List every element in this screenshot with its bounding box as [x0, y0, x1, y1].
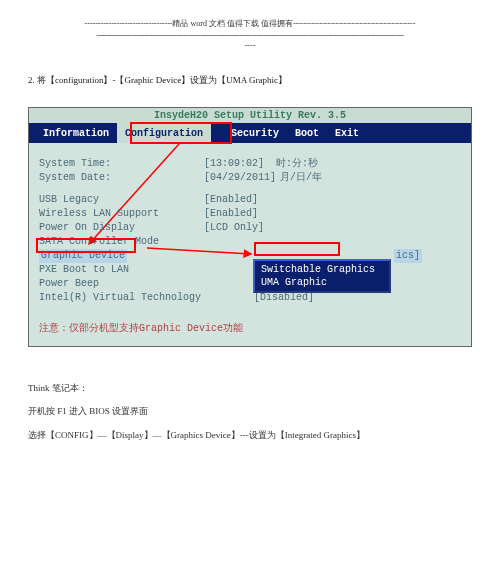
wlan-label: Wireless LAN Support	[39, 207, 204, 221]
bios-body: System Time:[13:09:02]时:分:秒 System Date:…	[29, 143, 471, 347]
header-line1: ---------------------------------精品 word…	[28, 18, 472, 29]
tab-security[interactable]: Security	[223, 128, 287, 139]
header-line2: ----------------------------------------…	[28, 31, 472, 40]
post-line2: 开机按 F1 进入 BIOS 设置界面	[28, 400, 472, 423]
header-line3: ----	[28, 41, 472, 50]
systime-value[interactable]: [13:09:02]	[204, 157, 264, 171]
vt-label: Intel(R) Virtual Technology	[39, 291, 239, 305]
tab-exit[interactable]: Exit	[327, 128, 367, 139]
pxe-label: PXE Boot to LAN	[39, 263, 204, 277]
dropdown-uma[interactable]: UMA Graphic	[258, 276, 386, 289]
systime-note: 时:分:秒	[276, 157, 318, 171]
bios-title: InsydeH20 Setup Utility Rev. 3.5	[29, 108, 471, 123]
pod-label: Power On Display	[39, 221, 204, 235]
bios-screenshot: InsydeH20 Setup Utility Rev. 3.5 Informa…	[28, 107, 472, 347]
usb-value[interactable]: [Enabled]	[204, 193, 258, 207]
sysdate-value[interactable]: [04/29/2011]	[204, 171, 276, 185]
pod-value[interactable]: [LCD Only]	[204, 221, 264, 235]
tab-information[interactable]: Information	[29, 128, 117, 139]
sata-label: SATA Controller Mode	[39, 235, 204, 249]
usb-label: USB Legacy	[39, 193, 204, 207]
wlan-value[interactable]: [Enabled]	[204, 207, 258, 221]
bios-tabs: Information Configuration Security Boot …	[29, 123, 471, 143]
powerbeep-label: Power Beep	[39, 277, 204, 291]
dropdown-switchable[interactable]: Switchable Graphics	[258, 263, 386, 276]
doc-header: ---------------------------------精品 word…	[28, 18, 472, 50]
step-text: 2. 将【configuration】-【Graphic Device】设置为【…	[28, 74, 472, 87]
sysdate-note: 月/日/年	[280, 171, 322, 185]
vt-value[interactable]: [Disabled]	[254, 291, 314, 305]
graphic-device-dropdown[interactable]: Switchable Graphics UMA Graphic	[253, 259, 391, 293]
tab-configuration[interactable]: Configuration	[117, 123, 211, 143]
graphic-device-label[interactable]: Graphic Device	[39, 249, 127, 263]
gd-trail: ics]	[394, 249, 422, 263]
post-line3: 选择【CONFIG】—【Display】—【Graphics Device】--…	[28, 424, 472, 447]
bios-note: 注意：仅部分机型支持Graphic Device功能	[39, 321, 461, 335]
post-text: Think 笔记本： 开机按 F1 进入 BIOS 设置界面 选择【CONFIG…	[28, 377, 472, 447]
post-line1: Think 笔记本：	[28, 377, 472, 400]
sysdate-label: System Date:	[39, 171, 204, 185]
tab-boot[interactable]: Boot	[287, 128, 327, 139]
systime-label: System Time:	[39, 157, 204, 171]
